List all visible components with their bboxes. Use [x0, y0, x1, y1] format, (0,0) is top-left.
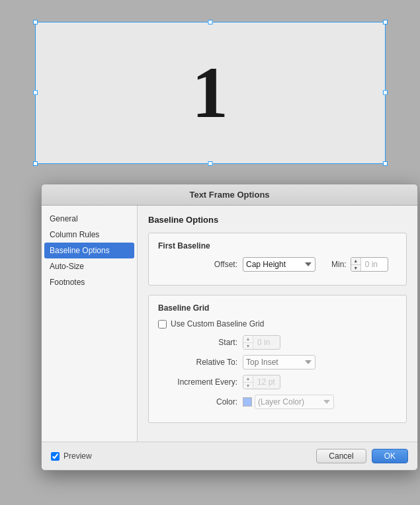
footer-buttons: Cancel OK [316, 449, 408, 463]
handle-bl[interactable] [33, 161, 38, 166]
sidebar-item-baseline-options[interactable]: Baseline Options [44, 243, 134, 258]
min-arrow-up[interactable]: ▲ [351, 258, 360, 265]
first-baseline-title: First Baseline [158, 241, 397, 251]
first-baseline-section: First Baseline Offset: Cap Height Ascent… [148, 233, 407, 286]
section-title: Baseline Options [148, 215, 407, 225]
preview-label: Preview [63, 451, 92, 461]
cancel-button[interactable]: Cancel [316, 449, 366, 463]
color-swatch [243, 397, 252, 407]
canvas-number: 1 [192, 56, 228, 129]
min-label: Min: [331, 260, 347, 269]
main-content: Baseline Options First Baseline Offset: … [138, 206, 417, 442]
relative-to-label: Relative To: [158, 358, 237, 367]
handle-bm[interactable] [208, 161, 212, 166]
text-frame-options-dialog: Text Frame Options General Column Rules … [41, 184, 418, 471]
offset-select[interactable]: Cap Height Ascent Leading x Height Fixed [243, 257, 315, 272]
min-arrow-down[interactable]: ▼ [351, 265, 360, 272]
handle-mr[interactable] [383, 91, 388, 95]
handle-tr[interactable] [383, 20, 388, 24]
start-row: Start: ▲ ▼ 0 in [158, 335, 397, 350]
sidebar-item-footnotes[interactable]: Footnotes [42, 274, 137, 290]
start-value: 0 in [253, 338, 280, 347]
increment-value: 12 pt [253, 377, 280, 387]
min-value: 0 in [361, 260, 388, 269]
canvas-area: 1 [0, 0, 420, 185]
use-custom-checkbox[interactable] [158, 320, 167, 329]
color-row: Color: (Layer Color) [158, 395, 397, 409]
relative-to-row: Relative To: Top Inset Top of Frame Top … [158, 355, 397, 369]
start-arrow-down[interactable]: ▼ [243, 343, 253, 350]
sidebar-item-auto-size[interactable]: Auto-Size [42, 258, 137, 274]
increment-arrow-up[interactable]: ▲ [243, 375, 253, 383]
sidebar-item-general[interactable]: General [42, 211, 137, 227]
dialog-footer: Preview Cancel OK [42, 442, 417, 470]
text-frame: 1 [35, 22, 386, 164]
offset-label: Offset: [158, 260, 237, 269]
handle-ml[interactable] [33, 91, 38, 95]
start-spinner-arrows[interactable]: ▲ ▼ [243, 336, 253, 349]
sidebar: General Column Rules Baseline Options Au… [42, 206, 138, 442]
increment-spinner[interactable]: ▲ ▼ 12 pt [243, 375, 280, 389]
preview-checkbox[interactable] [51, 452, 60, 461]
ok-button[interactable]: OK [372, 449, 408, 463]
min-spinner-arrows[interactable]: ▲ ▼ [351, 258, 361, 271]
color-label: Color: [158, 397, 237, 407]
offset-row: Offset: Cap Height Ascent Leading x Heig… [158, 257, 397, 272]
color-select[interactable]: (Layer Color) [255, 395, 334, 409]
handle-tl[interactable] [33, 20, 38, 24]
increment-arrow-down[interactable]: ▼ [243, 383, 253, 389]
baseline-grid-section: Baseline Grid Use Custom Baseline Grid S… [148, 295, 407, 423]
sidebar-item-column-rules[interactable]: Column Rules [42, 227, 137, 243]
start-arrow-up[interactable]: ▲ [243, 336, 253, 343]
min-spinner[interactable]: ▲ ▼ 0 in [351, 257, 388, 272]
increment-label: Increment Every: [158, 377, 237, 387]
baseline-grid-title: Baseline Grid [158, 303, 397, 313]
handle-br[interactable] [383, 161, 388, 166]
use-custom-label: Use Custom Baseline Grid [171, 319, 264, 329]
relative-to-select[interactable]: Top Inset Top of Frame Top Margin Top of… [243, 355, 315, 369]
dialog-title: Text Frame Options [42, 184, 417, 206]
start-label: Start: [158, 338, 237, 347]
increment-row: Increment Every: ▲ ▼ 12 pt [158, 375, 397, 389]
preview-row: Preview [51, 451, 92, 461]
use-custom-row: Use Custom Baseline Grid [158, 319, 397, 329]
dialog-body: General Column Rules Baseline Options Au… [42, 206, 417, 442]
handle-tm[interactable] [208, 20, 212, 24]
start-spinner[interactable]: ▲ ▼ 0 in [243, 335, 280, 350]
increment-spinner-arrows[interactable]: ▲ ▼ [243, 375, 253, 389]
